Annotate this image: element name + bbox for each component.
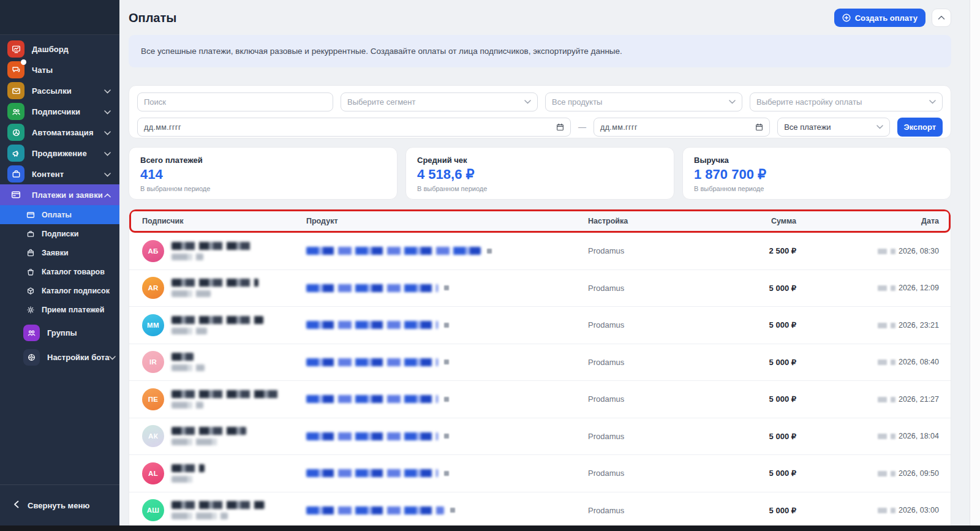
window-bottom-edge bbox=[0, 525, 980, 531]
column-header-product[interactable]: Продукт bbox=[306, 217, 588, 225]
stat-caption: В выбранном периоде bbox=[140, 185, 386, 192]
table-row[interactable]: АШ Prodamus 5 000 ₽ 2026, 03:00 bbox=[129, 492, 951, 528]
redacted-subscriber-name bbox=[172, 353, 194, 361]
payment-setting-select[interactable]: Выберите настройку оплаты bbox=[750, 92, 943, 111]
redacted-product-suffix bbox=[444, 323, 449, 328]
column-header-date[interactable]: Дата bbox=[796, 217, 939, 225]
redacted-product-suffix bbox=[444, 285, 449, 290]
row-setting: Prodamus bbox=[588, 284, 720, 293]
export-button[interactable]: Экспорт bbox=[897, 118, 943, 137]
date-from-input[interactable]: дд.мм.гггг bbox=[137, 118, 571, 137]
avatar: AR bbox=[142, 277, 164, 299]
stat-caption: В выбранном периоде bbox=[417, 185, 663, 192]
subscribers-icon bbox=[7, 103, 24, 120]
date-to-input[interactable]: дд.мм.гггг bbox=[594, 118, 770, 137]
row-date: 2026, 03:00 bbox=[899, 506, 939, 514]
row-date: 2026, 18:04 bbox=[899, 432, 939, 440]
search-input[interactable] bbox=[144, 97, 326, 107]
row-amount: 5 000 ₽ bbox=[720, 506, 796, 515]
sidebar-item-label: Настройки бота bbox=[47, 353, 109, 362]
table-row[interactable]: АК Prodamus 5 000 ₽ 2026, 18:04 bbox=[129, 418, 951, 456]
sidebar-item-subscribers[interactable]: Подписчики bbox=[0, 101, 119, 122]
sidebar-subitem-requests[interactable]: Заявки bbox=[0, 243, 119, 262]
credit-card-icon bbox=[7, 186, 24, 203]
dashboard-icon bbox=[7, 40, 24, 58]
sidebar-item-content[interactable]: Контент bbox=[0, 164, 119, 184]
collapse-menu-button[interactable]: Свернуть меню bbox=[0, 484, 119, 525]
sidebar-subitem-label: Подписки bbox=[42, 230, 79, 238]
chevron-down-icon bbox=[876, 125, 883, 129]
bot-settings-icon bbox=[23, 349, 40, 366]
redacted-subscriber-username bbox=[172, 402, 203, 409]
sidebar-item-automation[interactable]: Автоматизация bbox=[0, 122, 119, 143]
sidebar-subitem-payment-acceptance[interactable]: Прием платежей bbox=[0, 300, 119, 319]
table-body: АБ Prodamus 2 500 ₽ 2026, 08:30 AR bbox=[129, 233, 951, 527]
table-row[interactable]: AR Prodamus 5 000 ₽ 2026, 12:09 bbox=[129, 270, 951, 307]
redacted-date-day bbox=[878, 249, 887, 254]
avatar: AL bbox=[142, 462, 164, 484]
row-date: 2026, 21:27 bbox=[899, 395, 939, 404]
avatar: АК bbox=[142, 425, 164, 447]
sidebar-subitem-label: Прием платежей bbox=[42, 306, 105, 314]
sidebar-subitem-product-catalog[interactable]: Каталог товаров bbox=[0, 262, 119, 281]
sidebar-subitem-payments-list[interactable]: Оплаты bbox=[0, 205, 119, 224]
column-header-subscriber[interactable]: Подписчик bbox=[142, 217, 306, 225]
table-row[interactable]: AL Prodamus 5 000 ₽ 2026, 09:50 bbox=[129, 455, 951, 492]
collapse-header-button[interactable] bbox=[932, 9, 951, 27]
sidebar-subitem-subscriptions[interactable]: Подписки bbox=[0, 224, 119, 243]
redacted-subscriber-name bbox=[172, 242, 252, 250]
plus-circle-icon bbox=[842, 13, 851, 22]
products-select-value: Все продукты bbox=[552, 97, 602, 107]
sidebar-item-chats[interactable]: Чаты bbox=[0, 59, 119, 80]
redacted-subscriber-username bbox=[172, 513, 228, 519]
table-row[interactable]: IR Prodamus 5 000 ₽ 2026, 08:40 bbox=[129, 344, 951, 382]
row-date: 2026, 09:50 bbox=[899, 469, 939, 478]
row-setting: Prodamus bbox=[588, 469, 720, 478]
table-row[interactable]: ММ Prodamus 5 000 ₽ 2026, 23:21 bbox=[129, 307, 951, 344]
avatar: АБ bbox=[142, 240, 164, 262]
sidebar-item-label: Автоматизация bbox=[32, 128, 104, 137]
segment-select[interactable]: Выберите сегмент bbox=[341, 92, 538, 111]
sidebar-item-payments[interactable]: Платежи и заявки bbox=[0, 184, 119, 205]
row-amount: 2 500 ₽ bbox=[720, 246, 796, 255]
avatar: ПЕ bbox=[142, 388, 164, 410]
sidebar-item-label: Подписчики bbox=[32, 107, 104, 116]
sidebar-menu: Дашборд Чаты Рассылки По bbox=[0, 35, 119, 368]
sidebar-item-dashboard[interactable]: Дашборд bbox=[0, 39, 119, 59]
products-select[interactable]: Все продукты bbox=[545, 92, 742, 111]
avatar-initials: ММ bbox=[147, 322, 159, 329]
row-date: 2026, 08:40 bbox=[899, 358, 939, 366]
sidebar-subitem-label: Каталог товаров bbox=[42, 268, 105, 276]
app-window: Дашборд Чаты Рассылки По bbox=[0, 0, 980, 531]
redacted-date-month bbox=[891, 471, 895, 476]
sidebar-item-groups[interactable]: Группы bbox=[0, 322, 119, 344]
avatar-initials: АШ bbox=[147, 507, 159, 514]
table-row[interactable]: ПЕ Prodamus 5 000 ₽ 2026, 21:27 bbox=[129, 381, 951, 418]
row-setting: Prodamus bbox=[588, 358, 720, 367]
sidebar-item-bot-settings[interactable]: Настройки бота bbox=[0, 346, 119, 368]
create-payment-button[interactable]: Создать оплату bbox=[834, 9, 925, 27]
payment-setting-select-value: Выберите настройку оплаты bbox=[756, 97, 862, 107]
calendar-icon bbox=[556, 123, 564, 131]
redacted-date-day bbox=[878, 323, 887, 328]
scrollbar-track[interactable] bbox=[970, 0, 980, 531]
table-row[interactable]: АБ Prodamus 2 500 ₽ 2026, 08:30 bbox=[129, 233, 951, 270]
stats-row: Всего платежей 414 В выбранном периоде С… bbox=[129, 147, 951, 200]
column-header-amount[interactable]: Сумма bbox=[720, 217, 796, 225]
column-header-setting[interactable]: Настройка bbox=[588, 217, 720, 225]
chevron-down-icon bbox=[104, 85, 111, 96]
sidebar-item-promotion[interactable]: Продвижение bbox=[0, 143, 119, 164]
redacted-date-month bbox=[891, 360, 895, 365]
sidebar-item-mailings[interactable]: Рассылки bbox=[0, 80, 119, 101]
row-amount: 5 000 ₽ bbox=[720, 432, 796, 441]
stat-label: Средний чек bbox=[417, 156, 663, 165]
sidebar-subitem-label: Заявки bbox=[42, 249, 69, 257]
payment-type-select[interactable]: Все платежи bbox=[777, 118, 889, 137]
avatar: ММ bbox=[142, 314, 164, 336]
stat-value: 414 bbox=[140, 167, 386, 183]
avatar-initials: АБ bbox=[148, 247, 158, 255]
sidebar-subitem-subscription-catalog[interactable]: Каталог подписок bbox=[0, 281, 119, 300]
avatar-initials: AR bbox=[148, 284, 158, 292]
chevron-down-icon bbox=[524, 100, 531, 104]
collapse-menu-label: Свернуть меню bbox=[28, 501, 89, 510]
